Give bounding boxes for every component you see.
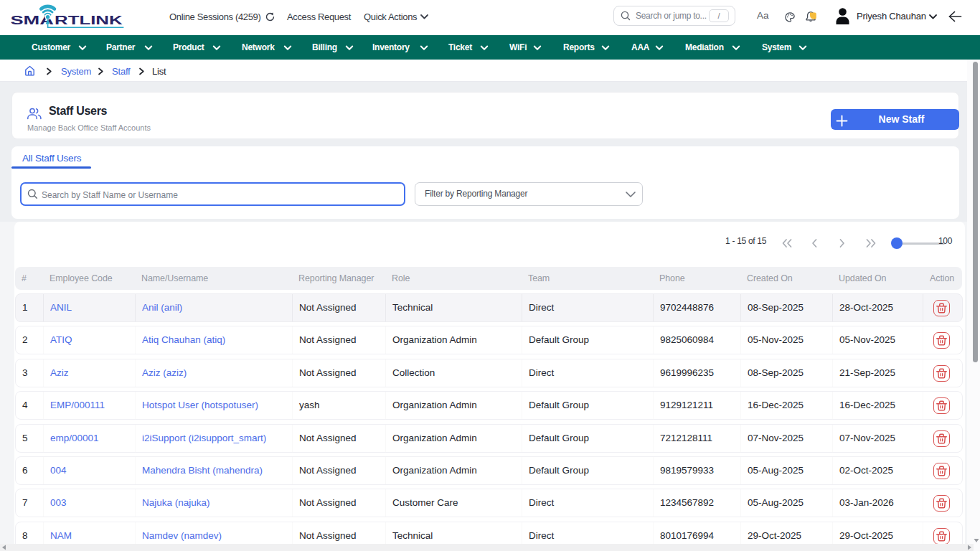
svg-text:SMARTLINK: SMARTLINK <box>10 14 123 27</box>
